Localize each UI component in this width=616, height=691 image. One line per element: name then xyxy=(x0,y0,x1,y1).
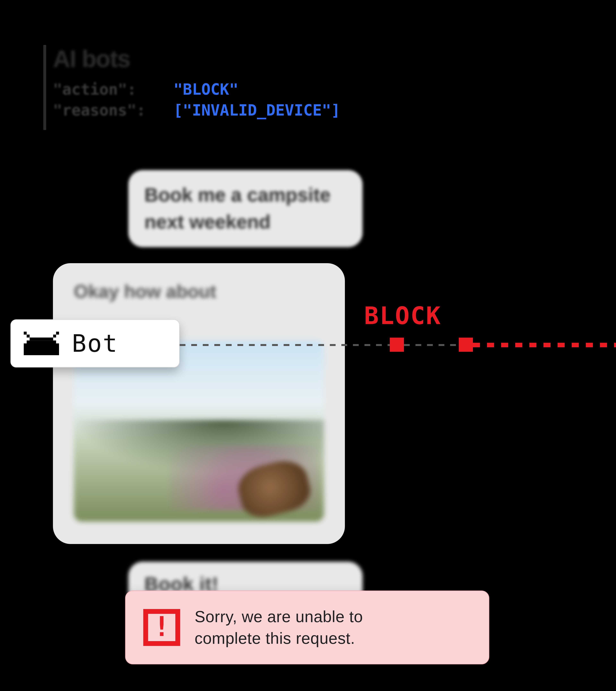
chat-bot-text: Okay how about xyxy=(74,281,324,302)
svg-rect-7 xyxy=(32,343,39,349)
svg-rect-6 xyxy=(24,343,59,355)
alert-bang: ! xyxy=(154,613,170,640)
section-title: AI bots xyxy=(53,45,340,73)
json-value-reasons: ["INVALID_DEVICE"] xyxy=(173,101,340,119)
json-key-action: "action": xyxy=(53,80,136,99)
error-message: Sorry, we are unable to complete this re… xyxy=(195,606,363,649)
error-line-2: complete this request. xyxy=(195,627,363,649)
svg-rect-2 xyxy=(56,332,59,334)
path-segment-grey-1 xyxy=(180,344,390,346)
bot-icon xyxy=(24,326,59,361)
json-snippet: "action": "BLOCK" "reasons": ["INVALID_D… xyxy=(53,79,340,121)
svg-rect-3 xyxy=(53,334,56,338)
header-accent-bar xyxy=(43,45,46,130)
svg-rect-1 xyxy=(27,334,29,338)
svg-rect-8 xyxy=(44,343,50,349)
path-segment-grey-2 xyxy=(404,344,459,346)
path-node-1-icon xyxy=(390,338,404,352)
json-value-action: "BLOCK" xyxy=(173,80,238,99)
bot-badge: Bot xyxy=(10,319,180,367)
error-toast: ! Sorry, we are unable to complete this … xyxy=(125,590,489,664)
chat-bubble-bot: Okay how about xyxy=(53,263,345,544)
error-line-1: Sorry, we are unable to xyxy=(195,606,363,627)
svg-rect-5 xyxy=(27,341,56,343)
chat-bubble-user-1: Book me a campsite next weekend xyxy=(128,170,362,247)
bot-badge-label: Bot xyxy=(72,329,118,358)
path-node-2-icon xyxy=(459,338,473,352)
block-path xyxy=(180,342,616,348)
block-label: BLOCK xyxy=(364,302,441,330)
path-segment-red xyxy=(473,343,616,347)
json-key-reasons: "reasons": xyxy=(53,101,146,119)
svg-rect-4 xyxy=(30,338,53,340)
svg-rect-0 xyxy=(24,332,27,334)
diagram-canvas: AI bots "action": "BLOCK" "reasons": ["I… xyxy=(0,0,616,691)
alert-icon: ! xyxy=(143,609,180,646)
header-code-block: AI bots "action": "BLOCK" "reasons": ["I… xyxy=(53,45,340,121)
